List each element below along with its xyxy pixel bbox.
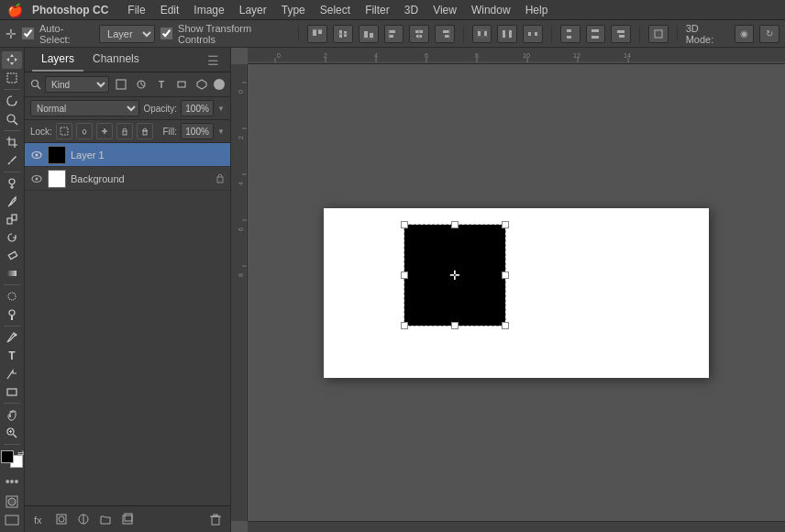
filter-pixel-btn[interactable] <box>113 76 129 93</box>
shape-tool[interactable] <box>2 383 22 401</box>
handle-bl[interactable] <box>401 322 408 329</box>
move-tool[interactable] <box>2 51 22 69</box>
layer-item-background[interactable]: Background <box>25 167 230 191</box>
delete-layer-btn[interactable] <box>206 510 225 528</box>
autoselect-checkbox[interactable] <box>22 28 34 39</box>
menu-filter[interactable]: Filter <box>359 2 396 18</box>
3d-refresh-btn[interactable]: ↻ <box>759 25 779 43</box>
lock-artboard-btn[interactable] <box>116 123 133 139</box>
distribute-v-center-btn[interactable] <box>497 25 517 43</box>
svg-rect-40 <box>7 218 12 224</box>
foreground-color[interactable] <box>1 450 14 463</box>
marquee-tool[interactable] <box>2 70 22 87</box>
fill-arrow[interactable]: ▼ <box>217 127 225 136</box>
menu-image[interactable]: Image <box>187 2 230 18</box>
menu-help[interactable]: Help <box>519 2 555 18</box>
menu-edit[interactable]: Edit <box>154 2 186 18</box>
transform-controls-checkbox[interactable] <box>160 28 172 39</box>
quick-select-tool[interactable] <box>2 111 22 128</box>
filter-adjust-btn[interactable] <box>133 76 149 93</box>
align-top-left-btn[interactable] <box>307 25 327 43</box>
eraser-tool[interactable] <box>2 247 22 264</box>
opacity-arrow[interactable]: ▼ <box>217 105 225 113</box>
handle-tc[interactable] <box>451 221 459 228</box>
tab-channels[interactable]: Channels <box>83 48 149 72</box>
apple-menu[interactable]: 🍎 <box>7 3 23 17</box>
add-group-btn[interactable] <box>96 510 115 528</box>
zoom-tool[interactable] <box>2 425 22 442</box>
lock-pixel-btn[interactable] <box>56 123 72 139</box>
align-h-center-btn[interactable] <box>409 25 429 43</box>
crop-tool[interactable] <box>2 134 22 151</box>
transform-icon-btn[interactable] <box>648 25 669 43</box>
menu-3d[interactable]: 3D <box>398 2 425 18</box>
swap-colors[interactable]: ⇄ <box>17 449 25 458</box>
pen-tool[interactable] <box>2 329 22 347</box>
distribute-left-btn[interactable] <box>560 25 580 43</box>
filter-shape-btn[interactable] <box>173 76 190 93</box>
layer1-eye[interactable] <box>30 149 43 161</box>
handle-bc[interactable] <box>451 322 459 329</box>
blend-mode-select[interactable]: Normal Dissolve Multiply Screen Overlay <box>30 100 139 116</box>
menu-select[interactable]: Select <box>314 2 357 18</box>
menu-file[interactable]: File <box>121 2 151 18</box>
add-adjustment-btn[interactable] <box>74 510 93 528</box>
distribute-right-btn[interactable] <box>611 25 631 43</box>
menu-layer[interactable]: Layer <box>233 2 273 18</box>
screen-mode-btn[interactable] <box>2 511 22 528</box>
canvas-view[interactable]: ✛ <box>248 64 785 521</box>
handle-br[interactable] <box>502 322 509 329</box>
opacity-input[interactable] <box>181 100 214 116</box>
dodge-tool[interactable] <box>2 306 22 324</box>
menu-view[interactable]: View <box>426 2 463 18</box>
handle-tr[interactable] <box>502 221 509 228</box>
blur-tool[interactable] <box>2 288 22 305</box>
distribute-h-center-btn[interactable] <box>586 25 606 43</box>
add-mask-btn[interactable] <box>52 510 71 528</box>
tab-layers[interactable]: Layers <box>32 48 83 72</box>
text-tool[interactable]: T <box>2 348 22 365</box>
hand-tool[interactable] <box>2 406 22 424</box>
panel-menu-icon[interactable]: ☰ <box>204 50 223 72</box>
autoselect-select[interactable]: Layer Group <box>99 25 155 43</box>
color-swatches: ⇄ <box>1 450 23 468</box>
healing-tool[interactable] <box>2 175 22 193</box>
align-v-center-btn[interactable] <box>333 25 353 43</box>
brush-tool[interactable] <box>2 193 22 210</box>
dots-more[interactable]: ••• <box>2 472 23 491</box>
filter-smart-btn[interactable] <box>193 76 210 93</box>
quick-mask-btn[interactable] <box>2 493 22 511</box>
distribute-bottom-btn[interactable] <box>523 25 543 43</box>
filter-toggle[interactable] <box>214 79 225 90</box>
lasso-tool[interactable] <box>2 93 22 110</box>
filter-kind-select[interactable]: Kind Name Effect Mode Attribute Color <box>45 76 109 93</box>
fill-input[interactable] <box>181 123 214 139</box>
create-layer-btn[interactable] <box>118 510 137 528</box>
filter-type-btn[interactable]: T <box>153 76 170 93</box>
handle-mr[interactable] <box>502 272 509 279</box>
align-right-btn[interactable] <box>435 25 455 43</box>
menu-window[interactable]: Window <box>465 2 517 18</box>
svg-text:4: 4 <box>238 182 244 185</box>
lock-position-btn[interactable] <box>96 123 113 139</box>
distribute-top-btn[interactable] <box>472 25 492 43</box>
clone-tool[interactable] <box>2 211 22 228</box>
lock-image-btn[interactable] <box>76 123 93 139</box>
menu-type[interactable]: Type <box>275 2 312 18</box>
gradient-tool[interactable] <box>2 265 22 283</box>
background-eye[interactable] <box>30 172 43 185</box>
add-fx-btn[interactable]: fx <box>30 510 49 528</box>
layer-item-layer1[interactable]: Layer 1 <box>25 143 230 167</box>
3d-rotate-btn[interactable]: ◉ <box>735 25 755 43</box>
layer1-shape[interactable]: ✛ <box>404 225 505 326</box>
align-bottom-btn[interactable] <box>359 25 379 43</box>
handle-ml[interactable] <box>401 272 408 279</box>
history-tool[interactable] <box>2 229 22 247</box>
eyedropper-tool[interactable] <box>2 152 22 170</box>
scrollbar-horizontal[interactable] <box>248 521 785 532</box>
path-select-tool[interactable] <box>2 365 22 382</box>
align-left-btn[interactable] <box>384 25 404 43</box>
svg-rect-0 <box>313 29 316 36</box>
lock-all-btn[interactable] <box>137 123 153 139</box>
handle-tl[interactable] <box>401 221 408 228</box>
